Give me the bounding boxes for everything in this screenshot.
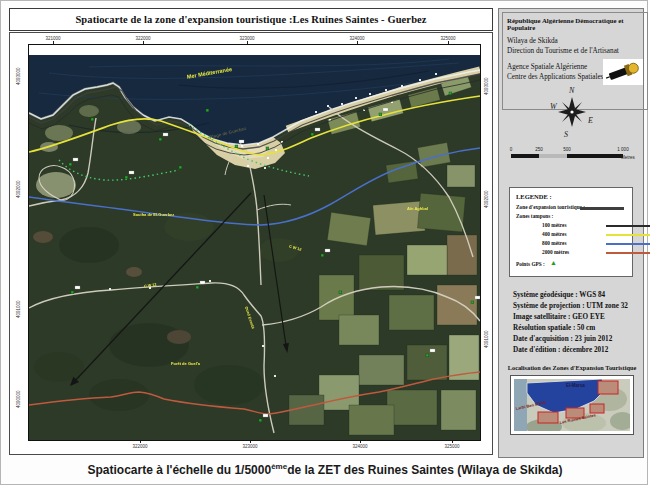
locator-label-el-marsa: El-Marsa (566, 383, 585, 388)
map-title-text: Spatiocarte de la zone d'expansion touri… (75, 14, 426, 25)
compass-east-label: E (587, 116, 593, 125)
scale-tick-label: 1 000 (617, 147, 628, 152)
scale-tick-label: 500 (563, 147, 571, 152)
metadata-line: Système de projection : UTM zone 32 (513, 301, 639, 312)
legend-buffers-title: Zones tampons : (516, 213, 553, 219)
scale-bar: 0 250 500 1 000 Metres (507, 147, 639, 158)
locator-title: Localisation des Zones d'Expansion Touri… (499, 364, 645, 371)
grid-label-left: 4091000 (16, 300, 21, 318)
legend-buffer-label: 800 mètres (542, 240, 566, 246)
metadata-line: Date d'acquisition : 23 juin 2012 (513, 334, 639, 345)
place-label-right: Aïn Aghbal (407, 206, 428, 211)
map-sheet: Spatiocarte de la zone d'expansion touri… (0, 0, 648, 485)
place-label-left: Souiha de El-Guerbez (133, 212, 174, 217)
scale-tick-label: 0 (510, 147, 513, 152)
side-panel: République Algérienne Démocratique et Po… (498, 8, 644, 458)
scale-segment (567, 154, 623, 158)
legend-buffer-label: 400 mètres (542, 231, 566, 237)
grid-label-left: 4092000 (16, 180, 21, 198)
satellite-map-canvas: Mer Méditerranée Plage de Guerbez Souiha… (29, 45, 480, 440)
legend-gps-label: Points GPS : (516, 261, 545, 267)
wilaya-line: Wilaya de Skikda (507, 37, 643, 47)
legend-title: LEGENDE : (516, 193, 626, 200)
caption-part1: Spatiocarte à l'échelle du 1/5000 (88, 463, 272, 477)
legend-zet-swatch (580, 207, 624, 210)
grid-label-left: 4093000 (16, 67, 21, 85)
satellite-icon (603, 59, 643, 89)
image-margin (29, 45, 480, 55)
forest-label: Forêt de Guel'a (171, 361, 201, 366)
compass-rose: N W E S (543, 81, 601, 145)
scale-segment (539, 154, 567, 158)
legend-buffer-label: 100 mètres (542, 222, 566, 228)
legend-buffer-swatch (606, 252, 650, 254)
metadata-line: Système géodésique : WGS 84 (513, 290, 639, 301)
compass-north-label: N (568, 86, 575, 95)
grid-label-left: 4090000 (16, 390, 21, 408)
grid-label-bottom: 324000 (352, 444, 367, 449)
sheet-caption: Spatiocarte à l'échelle du 1/5000èmede l… (1, 462, 649, 477)
legend-buffer-swatch (606, 234, 650, 236)
grid-label-right: 4093000 (484, 77, 489, 95)
scale-segment (511, 154, 539, 158)
grid-label-bottom: 325000 (444, 444, 459, 449)
satellite-map: Mer Méditerranée Plage de Guerbez Souiha… (28, 44, 481, 441)
grid-label-right: 4092000 (484, 190, 489, 208)
legend-zet-label: Zone d'expansion touristique : (516, 204, 585, 210)
metadata-block: Système géodésique : WGS 84 Système de p… (513, 290, 639, 356)
metadata-line: Résolution spatiale : 50 cm (513, 323, 639, 334)
caption-part2: de la ZET des Ruines Saintes (Wilaya de … (287, 463, 562, 477)
gps-triangle-icon: ▲ (550, 259, 557, 267)
locator-map: El-Marsa Larbi Ben M'hidi Les Ruines Sai… (510, 375, 634, 435)
legend-buffer-label: 2000 mètres (542, 249, 569, 255)
legend-buffer-swatch (606, 243, 650, 245)
map-frame: 321000 322000 323000 324000 325000 32200… (9, 32, 493, 455)
grid-label-bottom: 322000 (132, 444, 147, 449)
metadata-line: Image satellitaire : GEO EYE (513, 312, 639, 323)
legend: LEGENDE : Zone d'expansion touristique :… (509, 187, 633, 277)
metadata-line: Date d'édition : décembre 2012 (513, 345, 639, 356)
scale-tick-label: 250 (535, 147, 543, 152)
scale-unit-label: Metres (621, 155, 635, 160)
direction-line: Direction du Tourisme et de l'Artisanat (507, 47, 643, 57)
caption-sup: ème (271, 462, 287, 471)
map-title: Spatiocarte de la zone d'expansion touri… (9, 8, 493, 31)
grid-label-right: 4091000 (484, 330, 489, 348)
grid-label-bottom: 323000 (242, 444, 257, 449)
legend-buffer-swatch (606, 225, 650, 227)
compass-west-label: W (550, 102, 558, 111)
compass-south-label: S (564, 130, 568, 139)
country-title: République Algérienne Démocratique et Po… (507, 17, 643, 31)
